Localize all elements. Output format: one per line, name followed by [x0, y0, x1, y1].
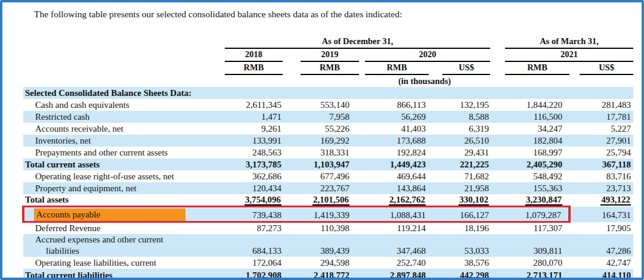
- header-rmb-2019: RMB: [283, 62, 359, 75]
- section-header-row: Selected Consolidated Balance Sheets Dat…: [23, 87, 633, 99]
- currency-header-row: RMB RMB RMB US$ RMB US$: [23, 62, 633, 75]
- value-cell: 17,781: [569, 111, 633, 123]
- value-cell: 53,033: [429, 234, 490, 257]
- balance-sheet-table: As of December 31, As of March 31, 2018 …: [22, 36, 633, 280]
- document-title: The following table presents our selecte…: [34, 8, 642, 20]
- row-label: Cash and cash equivalents: [23, 99, 225, 111]
- row-label: Total current liabilities: [23, 269, 225, 280]
- table-row-operating-lease-rou: Operating lease right-of-use assets, net…: [23, 170, 633, 182]
- total-assets-row: Total assets 3,754,096 2,101,506 2,162,7…: [23, 194, 633, 207]
- value-cell: 119,214: [359, 222, 429, 235]
- value-cell: 7,958: [283, 111, 359, 123]
- value-cell: 684,133: [225, 234, 283, 257]
- value-cell: 42,747: [569, 257, 633, 269]
- value-cell: 56,269: [359, 111, 429, 123]
- value-cell: 5,227: [569, 123, 633, 135]
- value-cell: 367,118: [569, 158, 633, 170]
- header-year-2019: 2019: [283, 49, 359, 62]
- units-note: (in thousands): [359, 75, 490, 87]
- value-cell: 34,247: [490, 123, 569, 135]
- value-cell: 83,716: [569, 170, 633, 182]
- value-cell: 1,471: [225, 111, 283, 123]
- value-cell: 362,686: [225, 170, 283, 182]
- value-cell: 18,196: [429, 222, 490, 235]
- row-label: Accounts receivable, net: [23, 123, 225, 135]
- value-cell: 248,563: [225, 147, 283, 158]
- header-year-2021: 2021: [490, 49, 633, 62]
- value-cell: 117,307: [490, 222, 569, 235]
- year-header-row: 2018 2019 2020 2021: [23, 49, 633, 62]
- value-cell: 110,398: [283, 222, 359, 235]
- value-cell: 252,740: [359, 257, 429, 269]
- total-current-assets-row: Total current assets 3,173,785 1,103,947…: [23, 158, 633, 170]
- row-label: Restricted cash: [23, 111, 225, 123]
- row-label: Accounts payable: [23, 207, 225, 222]
- value-cell: 309,811: [490, 234, 569, 257]
- value-cell: 155,363: [490, 182, 569, 194]
- value-cell: 442,298: [429, 269, 490, 280]
- value-cell: 677,496: [283, 170, 359, 182]
- value-cell: 116,500: [490, 111, 569, 123]
- row-label: Operating lease liabilities, current: [23, 257, 225, 269]
- section-header: Selected Consolidated Balance Sheets Dat…: [23, 87, 633, 99]
- header-rmb-2020: RMB: [359, 62, 429, 75]
- header-rmb-2018: RMB: [225, 62, 283, 75]
- group-header-row: As of December 31, As of March 31,: [23, 36, 633, 49]
- value-cell: 280,070: [490, 257, 569, 269]
- value-cell: 2,611,345: [225, 99, 283, 111]
- value-cell: 347,468: [359, 234, 429, 257]
- value-cell: 6,319: [429, 123, 490, 135]
- value-cell: 2,713,171: [490, 269, 569, 280]
- table-row-accrued-expenses: Accrued expenses and other current liabi…: [23, 234, 633, 257]
- row-label: Total current assets: [23, 158, 225, 170]
- value-cell: 294,598: [283, 257, 359, 269]
- value-cell: 548,492: [490, 170, 569, 182]
- value-cell: 55,226: [283, 123, 359, 135]
- total-current-liabilities-row: Total current liabilities 1,702,908 2,41…: [23, 269, 633, 280]
- table-row-prepayments: Prepayments and other current assets 248…: [23, 147, 633, 158]
- accounts-payable-row: Accounts payable 739,438 1,419,339 1,088…: [23, 207, 633, 222]
- value-cell: 2,162,762: [359, 194, 429, 207]
- table-row-property-equipment: Property and equipment, net 120,434 223,…: [23, 182, 633, 194]
- header-usd-2020: US$: [429, 62, 490, 75]
- value-cell: 1,079,287: [490, 207, 569, 222]
- value-cell: 87,273: [225, 222, 283, 235]
- value-cell: 21,958: [429, 182, 490, 194]
- value-cell: 17,905: [569, 222, 633, 235]
- value-cell: 133,991: [225, 135, 283, 147]
- value-cell: 192,824: [359, 147, 429, 158]
- row-label: Property and equipment, net: [23, 182, 225, 194]
- value-cell: 120,434: [225, 182, 283, 194]
- table-row-cash: Cash and cash equivalents 2,611,345 553,…: [23, 99, 633, 111]
- document-frame: The following table presents our selecte…: [0, 0, 644, 280]
- value-cell: 553,140: [283, 99, 359, 111]
- value-cell: 143,864: [359, 182, 429, 194]
- row-label: Total assets: [23, 194, 225, 207]
- value-cell: 2,405,290: [490, 158, 569, 170]
- value-cell: 9,261: [225, 123, 283, 135]
- value-cell: 27,901: [569, 135, 633, 147]
- row-label: Accrued expenses and other current liabi…: [23, 234, 225, 257]
- value-cell: 739,438: [225, 207, 283, 222]
- header-usd-2021: US$: [569, 62, 633, 75]
- value-cell: 2,418,772: [283, 269, 359, 280]
- value-cell: 166,127: [429, 207, 490, 222]
- value-cell: 169,292: [283, 135, 359, 147]
- value-cell: 173,688: [359, 135, 429, 147]
- header-year-2020: 2020: [359, 49, 490, 62]
- value-cell: 493,122: [569, 194, 633, 207]
- row-label: Prepayments and other current assets: [23, 147, 225, 158]
- row-label: Inventories, net: [23, 135, 225, 147]
- value-cell: 1,103,947: [283, 158, 359, 170]
- value-cell: 223,767: [283, 182, 359, 194]
- value-cell: 132,195: [429, 99, 490, 111]
- value-cell: 23,713: [569, 182, 633, 194]
- header-year-2018: 2018: [225, 49, 283, 62]
- value-cell: 221,225: [429, 158, 490, 170]
- value-cell: 1,702,908: [225, 269, 283, 280]
- value-cell: 866,113: [359, 99, 429, 111]
- value-cell: 3,173,785: [225, 158, 283, 170]
- value-cell: 318,331: [283, 147, 359, 158]
- value-cell: 389,439: [283, 234, 359, 257]
- value-cell: 1,449,423: [359, 158, 429, 170]
